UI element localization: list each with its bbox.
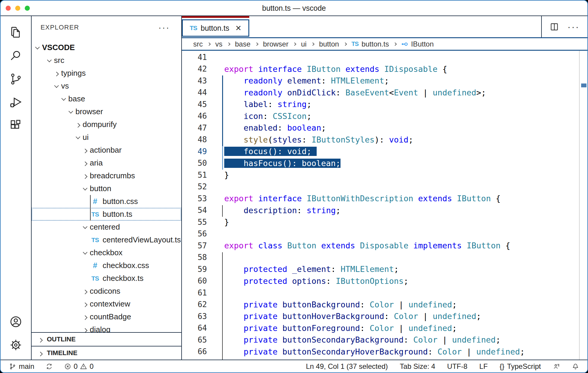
token — [341, 64, 345, 74]
line-number: 63 — [182, 312, 207, 321]
extensions-icon[interactable] — [1, 114, 31, 137]
tree-item-checkbox-ts[interactable]: TScheckbox.ts — [32, 272, 181, 285]
token: onDidClick — [287, 88, 336, 97]
tree-item-browser[interactable]: browser — [32, 105, 181, 118]
tree-item-button-css[interactable]: #button.css — [32, 195, 181, 208]
run-debug-icon[interactable] — [1, 91, 31, 114]
token: ; — [408, 135, 413, 144]
breadcrumb-browser[interactable]: browser — [263, 40, 288, 48]
breadcrumb-button-ts[interactable]: TSbutton.ts — [352, 40, 389, 48]
sidebar-more-actions-icon[interactable]: ··· — [158, 26, 170, 29]
code-text: private buttonHoverBackground: Color | u… — [224, 312, 481, 321]
tree-item-centered[interactable]: centered — [32, 221, 181, 233]
tree-item-contextview[interactable]: contextview — [32, 298, 181, 310]
tree-item-label: checkbox.ts — [103, 274, 143, 283]
split-editor-icon[interactable] — [550, 22, 559, 32]
search-icon[interactable] — [1, 44, 31, 67]
token: { — [491, 194, 501, 203]
breadcrumb-ibutton[interactable]: IButton — [401, 40, 434, 48]
code-editor[interactable]: 4142export interface IButton extends IDi… — [182, 51, 587, 360]
chevron-down-icon — [76, 134, 81, 139]
chevron-down-icon — [35, 45, 40, 49]
token: undefined — [476, 347, 520, 356]
tree-item-vs[interactable]: vs — [32, 80, 181, 92]
cursor-position-item[interactable]: Ln 49, Col 1 (37 selected) — [306, 362, 388, 371]
selected-code-text: hasFocus(): boolean; — [224, 159, 341, 168]
token: extends — [345, 64, 379, 74]
token — [413, 194, 418, 203]
token: ; — [496, 359, 500, 360]
token — [224, 123, 244, 132]
tree-item-aria[interactable]: aria — [32, 157, 181, 169]
tree-item-label: vs — [61, 81, 69, 91]
breadcrumb-label: vs — [215, 40, 222, 48]
token — [462, 241, 467, 250]
token: ; — [404, 276, 408, 286]
tree-item-vscode[interactable]: VSCODE — [32, 41, 181, 54]
tree-item-breadcrumbs[interactable]: breadcrumbs — [32, 169, 181, 182]
tree-item-typings[interactable]: typings — [32, 67, 181, 80]
token: private — [244, 359, 278, 360]
tree-item-ui[interactable]: ui — [32, 131, 181, 144]
token — [282, 88, 287, 97]
chevron-right-icon — [255, 42, 258, 46]
line-number: 50 — [182, 159, 207, 168]
tree-item-button[interactable]: button — [32, 182, 181, 195]
sync-item[interactable] — [46, 363, 53, 370]
code-line-45: 45 label: string; — [182, 98, 579, 110]
typescript-file-icon: TS — [352, 41, 359, 47]
git-branch-item[interactable]: main — [9, 362, 34, 371]
zoom-window-button[interactable] — [25, 6, 30, 11]
token — [224, 100, 244, 109]
token: ; — [476, 312, 481, 321]
breadcrumb-vs[interactable]: vs — [215, 40, 222, 48]
tree-item-label: checkbox — [90, 248, 123, 257]
token: IDisposable — [384, 64, 438, 74]
token: | — [437, 335, 452, 344]
tree-item-actionbar[interactable]: actionbar — [32, 144, 181, 157]
breadcrumb-button[interactable]: button — [319, 40, 339, 48]
problems-item[interactable]: 0 0 — [64, 362, 94, 371]
eol-item[interactable]: LF — [479, 362, 488, 371]
close-tab-icon[interactable]: ✕ — [235, 24, 242, 32]
explorer-icon[interactable] — [1, 21, 31, 44]
token: buttonSecondaryForeground — [282, 359, 403, 360]
timeline-section[interactable]: TIMELINE — [32, 346, 181, 360]
minimize-window-button[interactable] — [15, 6, 20, 11]
close-window-button[interactable] — [6, 6, 11, 11]
outline-section[interactable]: OUTLINE — [32, 332, 181, 346]
tree-item-codicons[interactable]: codicons — [32, 285, 181, 298]
line-number: 67 — [182, 359, 207, 360]
tab-button-ts[interactable]: TS button.ts ✕ — [182, 19, 249, 37]
tree-item-centeredviewlayout-ts[interactable]: TScenteredViewLayout.ts — [32, 233, 181, 246]
tree-item-src[interactable]: src — [32, 54, 181, 67]
tree-item-dialog[interactable]: dialog — [32, 323, 181, 332]
code-line-47: 47 enabled: boolean; — [182, 122, 579, 134]
css-file-icon: # — [91, 261, 100, 270]
code-text: private buttonSecondaryHoverBackground: … — [224, 347, 525, 356]
tree-item-dompurify[interactable]: dompurify — [32, 118, 181, 131]
feedback-icon[interactable] — [553, 363, 560, 370]
token: undefined — [433, 312, 476, 321]
account-icon[interactable] — [1, 310, 31, 333]
encoding-item[interactable]: UTF-8 — [447, 362, 468, 371]
chevron-down-icon — [54, 83, 59, 88]
tree-item-label: button — [90, 184, 111, 193]
source-control-icon[interactable] — [1, 67, 31, 91]
settings-gear-icon[interactable] — [1, 333, 31, 357]
bell-icon[interactable] — [572, 363, 579, 370]
more-actions-icon[interactable]: ··· — [567, 25, 580, 28]
breadcrumb-base[interactable]: base — [235, 40, 250, 48]
breadcrumb-label: button.ts — [361, 40, 389, 48]
tree-item-button-ts[interactable]: TSbutton.ts — [32, 208, 181, 221]
overview-ruler[interactable] — [579, 51, 587, 360]
breadcrumb-ui[interactable]: ui — [301, 40, 307, 48]
language-mode-item[interactable]: {} TypeScript — [500, 362, 541, 371]
tree-item-base[interactable]: base — [32, 92, 181, 105]
tree-item-countbadge[interactable]: countBadge — [32, 310, 181, 323]
tab-size-item[interactable]: Tab Size: 4 — [400, 362, 435, 371]
tree-item-checkbox[interactable]: checkbox — [32, 246, 181, 259]
tree-item-checkbox-css[interactable]: #checkbox.css — [32, 259, 181, 272]
token: Color — [413, 335, 437, 344]
breadcrumb-src[interactable]: src — [193, 40, 203, 48]
